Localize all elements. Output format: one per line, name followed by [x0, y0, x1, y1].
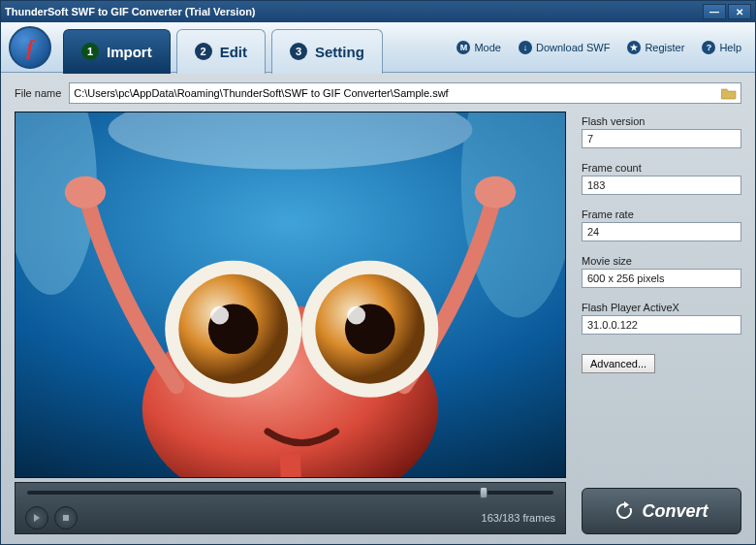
svg-point-14: [347, 306, 365, 325]
play-button[interactable]: [25, 506, 48, 529]
convert-label: Convert: [642, 501, 708, 522]
player-controls: 163/183 frames: [15, 482, 566, 534]
toolbar: f 1 Import 2 Edit 3 Setting M Mode ↓ Dow…: [1, 22, 755, 73]
download-icon: ↓: [519, 41, 532, 54]
convert-icon: [614, 501, 634, 521]
app-logo-icon: f: [9, 26, 51, 69]
frame-count-label: Frame count: [582, 162, 741, 174]
tab-label: Setting: [315, 44, 364, 60]
tab-setting[interactable]: 3 Setting: [271, 29, 383, 74]
tab-label: Edit: [220, 44, 247, 60]
register-icon: ★: [627, 41, 641, 54]
file-name-label: File name: [15, 87, 61, 99]
activex-label: Flash Player ActiveX: [582, 302, 741, 313]
help-link[interactable]: ? Help: [696, 39, 747, 56]
preview-area: [15, 112, 566, 478]
tab-label: Import: [107, 44, 152, 60]
flash-version-label: Flash version: [582, 115, 741, 127]
movie-size-value: 600 x 256 pixels: [582, 269, 741, 288]
slider-thumb-icon[interactable]: [480, 487, 488, 498]
download-label: Download SWF: [536, 42, 610, 53]
frame-count-value: 183: [582, 176, 741, 195]
tab-number-icon: 1: [81, 43, 99, 60]
stop-button[interactable]: [54, 506, 78, 529]
download-swf-link[interactable]: ↓ Download SWF: [513, 39, 615, 56]
svg-rect-15: [63, 515, 69, 521]
tab-number-icon: 3: [290, 43, 307, 60]
register-link[interactable]: ★ Register: [621, 39, 690, 56]
frame-rate-value: 24: [582, 222, 741, 241]
file-name-input[interactable]: [74, 87, 721, 99]
mode-link[interactable]: M Mode: [451, 39, 507, 56]
convert-button[interactable]: Convert: [582, 488, 741, 534]
help-icon: ?: [702, 41, 715, 54]
activex-value: 31.0.0.122: [582, 315, 741, 335]
flash-version-value: 7: [582, 129, 741, 148]
close-button[interactable]: ✕: [728, 4, 751, 19]
frame-counter: 163/183 frames: [482, 512, 555, 524]
tab-number-icon: 2: [195, 43, 212, 60]
open-file-icon[interactable]: [721, 86, 737, 100]
register-label: Register: [645, 42, 684, 53]
mode-label: Mode: [474, 42, 501, 53]
tab-import[interactable]: 1 Import: [63, 29, 171, 74]
progress-slider[interactable]: [27, 491, 553, 495]
svg-point-5: [65, 176, 106, 208]
frame-rate-label: Frame rate: [582, 208, 741, 220]
advanced-button[interactable]: Advanced...: [582, 354, 655, 373]
svg-point-10: [210, 306, 229, 325]
app-title: ThunderSoft SWF to GIF Converter (Trial …: [5, 6, 256, 17]
help-label: Help: [719, 42, 741, 53]
movie-size-label: Movie size: [582, 255, 741, 267]
svg-point-6: [475, 176, 516, 208]
minimize-button[interactable]: —: [703, 4, 726, 19]
mode-icon: M: [457, 41, 470, 54]
titlebar: ThunderSoft SWF to GIF Converter (Trial …: [1, 1, 755, 22]
preview-image: [16, 112, 565, 477]
tab-edit[interactable]: 2 Edit: [176, 29, 266, 74]
